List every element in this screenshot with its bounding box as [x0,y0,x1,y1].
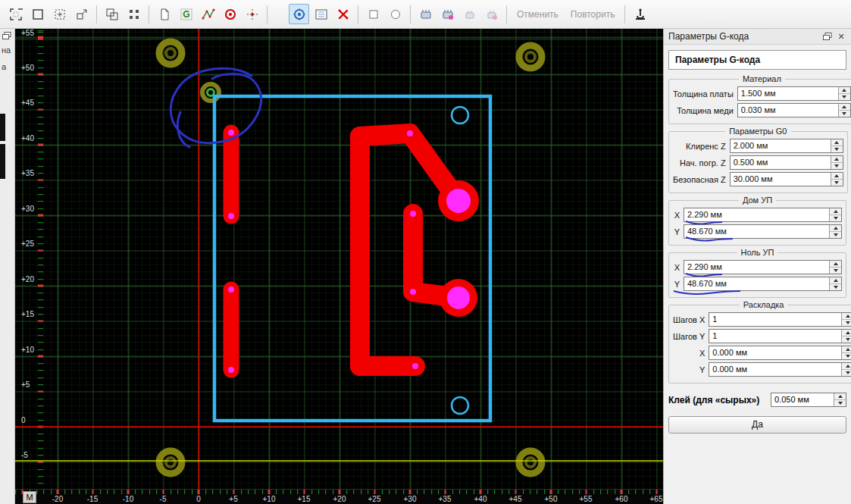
copper-traces[interactable] [231,133,458,370]
spin-down-button[interactable] [831,180,843,186]
copper-thickness-spinbox[interactable]: 0.030 мм [737,103,851,117]
spin-down-button[interactable] [830,268,841,274]
tool-drill-button[interactable] [220,4,240,24]
spin-up-button[interactable] [830,208,841,215]
ruler-units-box[interactable]: М [23,491,36,503]
tool-mill-button[interactable] [333,4,353,24]
tool-copy-button[interactable] [154,4,174,24]
spin-up-button[interactable] [831,139,843,146]
spin-down-button[interactable] [831,163,843,169]
tool-align-button[interactable] [102,4,122,24]
redo-button[interactable]: Повторить [565,9,621,20]
tool-move-button[interactable] [71,4,92,24]
tool-select-region-button[interactable] [5,4,26,24]
spin-down-button[interactable] [830,215,841,221]
close-panel-button[interactable]: ✕ [836,31,846,42]
spin-down-button[interactable] [842,370,851,376]
tool-array-button[interactable] [124,4,144,24]
spin-value: 0.000 мм [709,346,841,359]
tool-shape-circle-button[interactable] [385,4,405,24]
spin-down-button[interactable] [842,320,851,326]
spin-up-button[interactable] [834,393,846,400]
home-x-spinbox[interactable]: 2.290 мм [684,208,842,222]
tool-component-b-button[interactable] [437,4,458,24]
layout-offset-x-spinbox[interactable]: 0.000 мм [709,346,851,360]
pcb-artwork [15,29,663,504]
tool-connector-b-button[interactable] [481,4,502,24]
pcb-canvas[interactable]: +55 +50 +45 +40 +35 +30 +25 +20 +15 +10 … [15,29,663,504]
spin-up-button[interactable] [830,277,841,284]
clearance-z-spinbox[interactable]: 2.000 мм [730,139,843,153]
spin-buttons [841,363,851,376]
drill-mark[interactable] [159,451,182,474]
zero-x-spinbox[interactable]: 2.290 мм [684,260,842,274]
spin-up-button[interactable] [839,104,850,111]
board-thickness-spinbox[interactable]: 1.500 мм [737,86,851,101]
spin-down-button[interactable] [830,232,841,238]
spin-down-button[interactable] [842,337,851,343]
spin-buttons [831,139,843,152]
tool-component-a-button[interactable] [415,4,436,24]
tool-connector-a-button[interactable] [459,4,480,24]
ruler-label: +55 [577,495,595,503]
form-row: Толщина меди 0.030 мм [673,103,851,117]
spin-down-button[interactable] [839,94,850,100]
ok-button[interactable]: Да [668,416,846,434]
form-row: Безопасная Z 30.000 мм [673,172,843,186]
spin-down-button[interactable] [831,146,843,152]
dock-tab-label[interactable]: на [2,45,11,55]
spin-up-button[interactable] [831,156,843,163]
spin-down-button[interactable] [830,284,841,290]
pad-large[interactable] [438,180,479,221]
safe-z-spinbox[interactable]: 30.000 мм [730,172,843,186]
spin-down-button[interactable] [834,400,846,406]
spin-down-button[interactable] [842,353,851,359]
tool-clamp-button[interactable] [630,4,650,24]
drill-mark[interactable] [519,45,542,68]
initial-z-spinbox[interactable]: 0.500 мм [730,155,843,170]
spin-up-button[interactable] [842,330,851,337]
tool-gcode-button[interactable]: G [176,4,196,24]
home-y-spinbox[interactable]: 48.670 мм [684,224,842,239]
zero-y-spinbox[interactable]: 48.670 мм [684,277,842,291]
spin-up-button[interactable] [842,363,851,370]
pad-holes[interactable] [228,130,418,373]
dock-tab-label[interactable]: а [2,62,6,71]
panel-titlebar[interactable]: Параметры G-кода ✕ [664,29,851,45]
tool-shape-rect-button[interactable] [363,4,383,24]
pad-large[interactable] [440,279,477,317]
tool-transform-button[interactable] [49,4,70,24]
undo-button[interactable]: Отменить [511,9,565,20]
spin-up-button[interactable] [830,225,841,232]
spin-up-button[interactable] [830,261,841,268]
tool-path-button[interactable] [198,4,218,24]
drill-mark[interactable] [159,42,182,64]
spin-value: 0.050 мм [771,393,834,406]
layout-offset-y-spinbox[interactable]: 0.000 мм [709,362,851,377]
steps-y-spinbox[interactable]: 1 [709,329,851,343]
spin-buttons [831,173,843,186]
spin-up-button[interactable] [842,346,851,353]
play-circle-icon [293,8,306,21]
spin-up-button[interactable] [831,173,843,180]
dock-tab[interactable] [0,114,5,141]
field-label: Толщина меди [673,106,737,115]
glue-spinbox[interactable]: 0.050 мм [771,393,846,407]
float-window-icon [2,32,11,40]
drill-mark[interactable] [519,451,542,474]
group-legend: Материал [739,74,785,83]
tool-origin-button[interactable] [242,4,262,24]
tool-rect-select-button[interactable] [27,4,48,24]
spin-up-button[interactable] [842,313,851,320]
tool-simulate-button[interactable] [289,4,309,24]
origin-mark[interactable] [202,84,219,101]
spin-up-button[interactable] [839,87,850,94]
dock-tab[interactable] [0,144,5,179]
spin-down-button[interactable] [839,111,850,117]
float-panel-button[interactable] [822,31,833,42]
tool-properties-button[interactable] [311,4,331,24]
clamp-icon [634,8,647,21]
float-panel-button[interactable] [2,32,11,42]
board-holes[interactable] [452,107,468,414]
steps-x-spinbox[interactable]: 1 [709,312,851,327]
